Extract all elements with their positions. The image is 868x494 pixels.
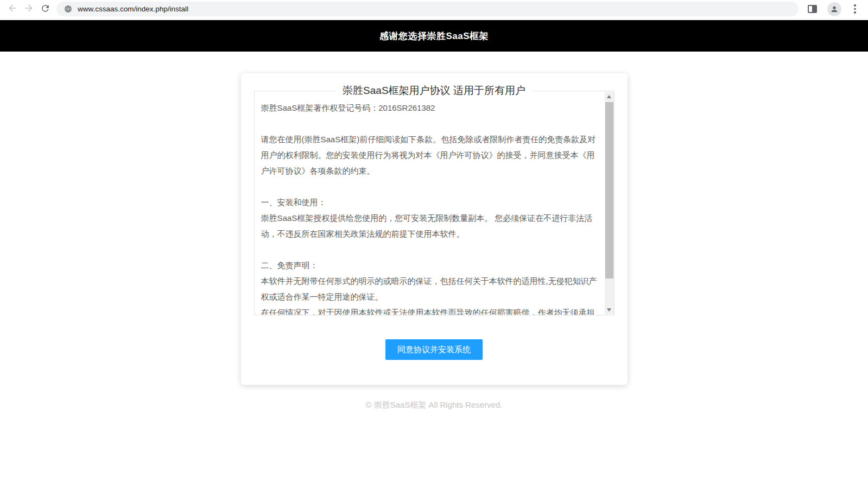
forward-button[interactable] bbox=[21, 1, 37, 17]
site-globe-icon bbox=[64, 5, 72, 13]
avatar-icon bbox=[827, 2, 841, 16]
scroll-down-icon bbox=[607, 308, 611, 312]
license-box: 崇胜SaaS框架用户协议 适用于所有用户 崇胜SaaS框架著作权登记号码：201… bbox=[254, 91, 614, 315]
page-title: 感谢您选择崇胜SaaS框架 bbox=[379, 30, 489, 42]
browser-toolbar: www.cssaas.com/index.php/install bbox=[0, 0, 868, 20]
reload-icon bbox=[40, 3, 50, 15]
side-panel-button[interactable] bbox=[805, 1, 819, 17]
reload-button[interactable] bbox=[37, 1, 53, 17]
browser-menu-button[interactable] bbox=[850, 1, 860, 17]
address-bar[interactable]: www.cssaas.com/index.php/install bbox=[56, 2, 799, 16]
back-button[interactable] bbox=[4, 1, 21, 17]
profile-button[interactable] bbox=[827, 1, 842, 17]
agree-install-button[interactable]: 同意协议并安装系统 bbox=[385, 339, 483, 360]
scrollbar[interactable] bbox=[605, 92, 614, 314]
license-title: 崇胜SaaS框架用户协议 适用于所有用户 bbox=[335, 84, 533, 98]
page-header: 感谢您选择崇胜SaaS框架 bbox=[0, 20, 868, 52]
copyright-text: © 崇胜SaaS框架 All Rights Reserved. bbox=[0, 400, 868, 410]
license-card: 崇胜SaaS框架用户协议 适用于所有用户 崇胜SaaS框架著作权登记号码：201… bbox=[241, 73, 628, 385]
scrollbar-thumb[interactable] bbox=[605, 102, 613, 278]
forward-icon bbox=[23, 3, 34, 15]
url-text: www.cssaas.com/index.php/install bbox=[78, 5, 188, 13]
side-panel-icon bbox=[808, 5, 817, 13]
scroll-down-button[interactable] bbox=[605, 305, 614, 314]
license-text[interactable]: 崇胜SaaS框架著作权登记号码：2016SR261382请您在使用(崇胜SaaS… bbox=[255, 91, 605, 315]
back-icon bbox=[7, 3, 18, 15]
kebab-menu-icon bbox=[851, 2, 859, 16]
scroll-up-icon bbox=[607, 95, 611, 98]
scroll-up-button[interactable] bbox=[605, 92, 614, 101]
